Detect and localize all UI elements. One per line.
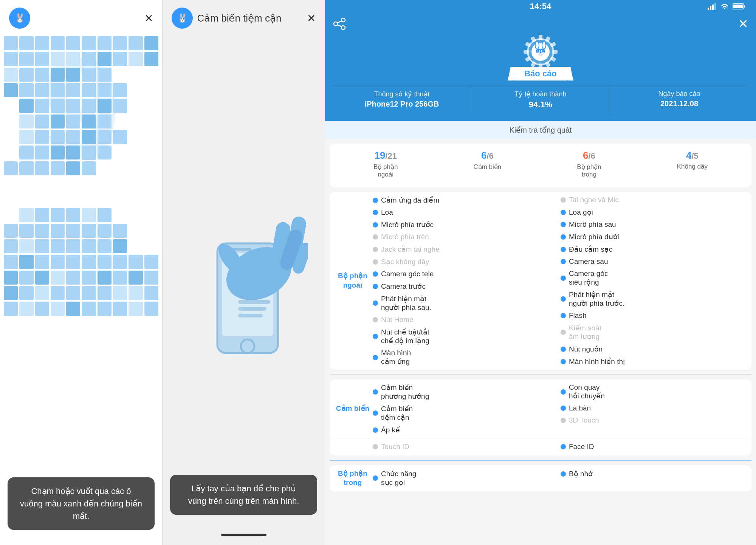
grid-cell[interactable]: [35, 192, 49, 206]
grid-cell[interactable]: [19, 239, 33, 253]
grid-cell[interactable]: [144, 192, 158, 206]
grid-cell[interactable]: [82, 302, 96, 316]
grid-cell[interactable]: [19, 255, 33, 269]
grid-cell[interactable]: [51, 302, 65, 316]
grid-cell[interactable]: [35, 286, 49, 300]
report-content[interactable]: 19/21 Bộ phậnngoài 6/6 Cảm biến 6/6 Bộ p…: [325, 139, 756, 545]
grid-cell[interactable]: [51, 255, 65, 269]
grid-cell[interactable]: [4, 177, 18, 191]
grid-cell[interactable]: [113, 146, 127, 159]
grid-cell[interactable]: [51, 208, 65, 222]
grid-cell[interactable]: [4, 99, 18, 113]
grid-cell[interactable]: [35, 271, 49, 285]
grid-cell[interactable]: [113, 130, 127, 144]
grid-cell[interactable]: [129, 36, 143, 50]
grid-cell[interactable]: [113, 208, 127, 222]
grid-cell[interactable]: [113, 255, 127, 269]
grid-cell[interactable]: [113, 99, 127, 113]
grid-cell[interactable]: [4, 271, 18, 285]
grid-cell[interactable]: [129, 286, 143, 300]
grid-cell[interactable]: [144, 83, 158, 97]
grid-cell[interactable]: [51, 83, 65, 97]
grid-cell[interactable]: [66, 239, 80, 253]
grid-cell[interactable]: [144, 208, 158, 222]
grid-cell[interactable]: [19, 271, 33, 285]
touch-grid[interactable]: [4, 36, 158, 316]
report-close-button[interactable]: ✕: [738, 17, 748, 31]
grid-cell[interactable]: [4, 302, 18, 316]
close-button-2[interactable]: ✕: [307, 12, 316, 25]
grid-cell[interactable]: [82, 36, 96, 50]
grid-cell[interactable]: [35, 115, 49, 129]
grid-cell[interactable]: [98, 115, 112, 129]
grid-cell[interactable]: [19, 83, 33, 97]
grid-cell[interactable]: [51, 239, 65, 253]
grid-cell[interactable]: [82, 255, 96, 269]
grid-cell[interactable]: [98, 302, 112, 316]
grid-cell[interactable]: [129, 130, 143, 144]
grid-cell[interactable]: [51, 146, 65, 159]
grid-cell[interactable]: [98, 99, 112, 113]
grid-cell[interactable]: [66, 146, 80, 159]
grid-cell[interactable]: [35, 255, 49, 269]
grid-cell[interactable]: [82, 286, 96, 300]
grid-cell[interactable]: [98, 68, 112, 82]
grid-cell[interactable]: [129, 302, 143, 316]
grid-cell[interactable]: [19, 36, 33, 50]
grid-cell[interactable]: [129, 224, 143, 238]
grid-cell[interactable]: [4, 286, 18, 300]
grid-cell[interactable]: [144, 130, 158, 144]
grid-cell[interactable]: [98, 286, 112, 300]
grid-cell[interactable]: [144, 286, 158, 300]
grid-cell[interactable]: [51, 115, 65, 129]
grid-cell[interactable]: [51, 99, 65, 113]
grid-cell[interactable]: [19, 208, 33, 222]
grid-cell[interactable]: [113, 83, 127, 97]
grid-cell[interactable]: [66, 177, 80, 191]
grid-cell[interactable]: [129, 239, 143, 253]
grid-cell[interactable]: [4, 36, 18, 50]
grid-cell[interactable]: [144, 271, 158, 285]
grid-cell[interactable]: [51, 286, 65, 300]
grid-cell[interactable]: [129, 83, 143, 97]
grid-cell[interactable]: [98, 161, 112, 175]
grid-cell[interactable]: [82, 239, 96, 253]
grid-cell[interactable]: [66, 99, 80, 113]
grid-cell[interactable]: [82, 208, 96, 222]
grid-cell[interactable]: [19, 177, 33, 191]
grid-cell[interactable]: [19, 161, 33, 175]
grid-cell[interactable]: [144, 255, 158, 269]
grid-cell[interactable]: [35, 302, 49, 316]
grid-cell[interactable]: [98, 146, 112, 159]
grid-cell[interactable]: [4, 52, 18, 66]
grid-cell[interactable]: [113, 161, 127, 175]
grid-cell[interactable]: [4, 68, 18, 82]
grid-cell[interactable]: [66, 208, 80, 222]
grid-cell[interactable]: [66, 224, 80, 238]
grid-cell[interactable]: [19, 302, 33, 316]
grid-cell[interactable]: [113, 302, 127, 316]
grid-cell[interactable]: [51, 224, 65, 238]
grid-cell[interactable]: [35, 177, 49, 191]
grid-cell[interactable]: [19, 115, 33, 129]
grid-cell[interactable]: [82, 192, 96, 206]
grid-cell[interactable]: [98, 224, 112, 238]
share-icon[interactable]: [333, 17, 346, 31]
grid-cell[interactable]: [98, 83, 112, 97]
grid-cell[interactable]: [35, 239, 49, 253]
grid-cell[interactable]: [19, 192, 33, 206]
grid-cell[interactable]: [4, 161, 18, 175]
grid-cell[interactable]: [98, 192, 112, 206]
grid-cell[interactable]: [51, 161, 65, 175]
grid-cell[interactable]: [82, 99, 96, 113]
grid-cell[interactable]: [51, 130, 65, 144]
grid-cell[interactable]: [144, 224, 158, 238]
grid-cell[interactable]: [35, 130, 49, 144]
grid-cell[interactable]: [4, 130, 18, 144]
grid-cell[interactable]: [98, 239, 112, 253]
grid-cell[interactable]: [4, 192, 18, 206]
grid-cell[interactable]: [98, 255, 112, 269]
grid-cell[interactable]: [66, 192, 80, 206]
grid-cell[interactable]: [4, 146, 18, 159]
grid-cell[interactable]: [144, 36, 158, 50]
